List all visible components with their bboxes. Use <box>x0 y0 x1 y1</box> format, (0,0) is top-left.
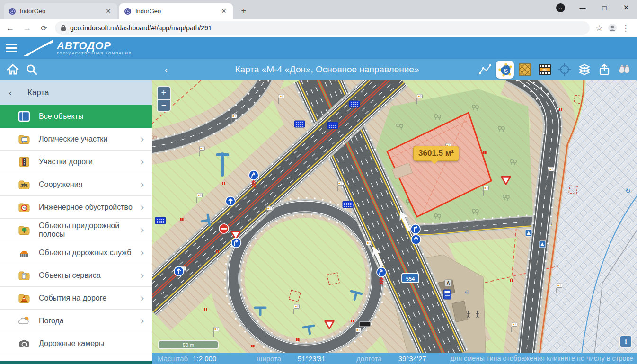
export-icon[interactable] <box>595 61 613 79</box>
svg-text:554: 554 <box>406 276 415 282</box>
sidebar-header: ‹ Карта <box>0 80 152 105</box>
logo-title: АВТОДОР <box>57 41 132 51</box>
tab-title: IndorGeo <box>135 8 220 15</box>
roadside-objects-icon <box>18 224 30 236</box>
svg-text:S: S <box>504 68 508 74</box>
scale-label: Масштаб <box>158 355 188 363</box>
chevron-right-icon: › <box>140 316 144 326</box>
logo-subtitle: ГОСУДАРСТВЕННАЯ КОМПАНИЯ <box>57 51 132 55</box>
chevron-right-icon: › <box>140 157 144 167</box>
bookmark-star-icon[interactable]: ☆ <box>593 21 606 35</box>
avatar-icon[interactable] <box>606 21 619 35</box>
road-events-icon <box>18 293 30 304</box>
maximize-button[interactable]: □ <box>593 0 615 15</box>
svg-text:50: 50 <box>23 206 26 209</box>
chevron-right-icon: › <box>140 180 144 189</box>
sidebar-item-engineering[interactable]: 50 Инженерное обустройство › <box>0 196 152 219</box>
polygon-select-icon[interactable]: S <box>496 61 514 79</box>
road-services-icon <box>18 247 30 258</box>
binoculars-icon[interactable] <box>615 61 633 79</box>
scale-bar: 50 m <box>158 340 219 349</box>
tab-indorgeo-2[interactable]: IndorGeo ✕ <box>119 3 233 19</box>
close-tab-icon[interactable]: ✕ <box>220 7 228 16</box>
status-bar: Масштаб 1:2 000 широта 51°23'31 долгота … <box>152 353 637 364</box>
map-header-bar: ‹ Карта «М-4 «Дон», Основное направление… <box>0 59 637 80</box>
zoom-in-button[interactable]: + <box>157 86 171 99</box>
favicon-globe-icon <box>9 8 16 15</box>
crosshair-icon[interactable] <box>556 61 574 79</box>
map-svg: 554 A ℮ ↻ <box>152 80 637 353</box>
map-canvas[interactable]: 554 A ℮ ↻ <box>152 80 637 353</box>
statusbar-hint: для смены типа отображения кликните по ч… <box>450 355 633 362</box>
chevron-right-icon: › <box>140 134 144 144</box>
sidebar-item-road-sections[interactable]: Участки дороги › <box>0 151 152 173</box>
logo-swoosh-icon <box>24 40 53 56</box>
layers-icon[interactable] <box>575 61 593 79</box>
area-measurement-tooltip: 3601.5 м² <box>413 146 459 161</box>
all-objects-icon <box>18 111 30 122</box>
app-header: АВТОДОР ГОСУДАРСТВЕННАЯ КОМПАНИЯ <box>0 37 637 59</box>
sidebar-item-structures[interactable]: Сооружения › <box>0 173 152 196</box>
new-tab-button[interactable]: + <box>238 5 250 17</box>
reload-button[interactable]: ⟳ <box>37 21 51 35</box>
info-button[interactable]: i <box>619 335 632 348</box>
weather-icon <box>18 315 30 327</box>
service-objects-icon <box>18 270 30 281</box>
close-window-button[interactable]: ✕ <box>615 0 637 15</box>
road-cameras-icon <box>18 338 30 349</box>
close-tab-icon[interactable]: ✕ <box>104 7 113 16</box>
svg-text:A: A <box>446 281 450 286</box>
loop-infield <box>245 218 366 339</box>
rotate-marker-glyph: ↻ <box>625 187 631 195</box>
home-icon[interactable] <box>6 63 20 76</box>
sidebar-item-all-objects[interactable]: Все объекты <box>0 105 152 128</box>
avtodor-logo: АВТОДОР ГОСУДАРСТВЕННАЯ КОМПАНИЯ <box>24 40 132 56</box>
hamburger-icon[interactable] <box>6 42 17 54</box>
chevron-right-icon: › <box>140 225 144 235</box>
url-text: geo.indorsoft.ru/dashboard/#!/app/map/pa… <box>70 24 212 32</box>
sidebar-item-road-events[interactable]: События на дороге › <box>0 287 152 310</box>
map-title: Карта «М-4 «Дон», Основное направление» <box>152 59 502 80</box>
structures-icon <box>18 179 30 190</box>
sidebar-bottom-strip <box>0 361 152 364</box>
sidebar-item-road-cameras[interactable]: Дорожные камеры <box>0 332 152 355</box>
chevron-right-icon: › <box>140 293 144 303</box>
sidebar-collapse-chevron[interactable]: ‹ <box>0 88 21 98</box>
forward-button[interactable]: → <box>20 21 34 35</box>
polyline-icon[interactable] <box>476 61 494 79</box>
tab-indorgeo-1[interactable]: IndorGeo ✕ <box>4 3 117 19</box>
tab-title: IndorGeo <box>20 8 104 15</box>
lock-icon <box>61 25 66 31</box>
e-marker-glyph: ℮ <box>465 289 469 295</box>
back-button[interactable]: ← <box>3 21 17 35</box>
sidebar-item-service-objects[interactable]: Объекты сервиса › <box>0 264 152 287</box>
sidebar-item-road-services[interactable]: Объекты дорожных служб › <box>0 241 152 264</box>
search-icon[interactable] <box>25 63 39 76</box>
sidebar: ‹ Карта Все объекты Логические участки ›… <box>0 80 152 364</box>
latitude-value[interactable]: 51°23'31 <box>298 355 326 363</box>
chevron-right-icon: › <box>140 203 144 212</box>
chevron-right-icon: › <box>140 248 144 257</box>
road-sections-icon <box>18 156 30 168</box>
small-km-sign <box>359 322 371 327</box>
zoom-control: + − <box>157 86 171 112</box>
tiles-icon[interactable] <box>516 61 534 79</box>
url-input[interactable]: geo.indorsoft.ru/dashboard/#!/app/map/pa… <box>55 21 590 35</box>
chevron-right-icon: › <box>140 271 144 280</box>
minimize-button[interactable]: — <box>572 0 593 15</box>
sidebar-item-roadside-objects[interactable]: Объекты придорожной полосы › <box>0 219 152 241</box>
scale-value[interactable]: 1:2 000 <box>193 355 216 363</box>
longitude-value[interactable]: 39°34'27 <box>398 355 426 363</box>
video-360-icon[interactable]: 360 <box>536 61 554 79</box>
sidebar-title: Карта <box>27 88 49 98</box>
menu-dots-icon[interactable]: ⋮ <box>619 21 632 35</box>
favicon-globe-icon <box>124 8 132 15</box>
engineering-icon: 50 <box>18 202 30 213</box>
zoom-out-button[interactable]: − <box>157 99 171 112</box>
tab-strip: IndorGeo ✕ IndorGeo ✕ + ⌄ — □ ✕ <box>0 0 637 19</box>
latitude-label: широта <box>257 355 281 363</box>
sidebar-item-logical-sections[interactable]: Логические участки › <box>0 128 152 151</box>
logical-sections-icon <box>18 133 30 145</box>
sidebar-item-weather[interactable]: Погода › <box>0 310 152 332</box>
account-circle-icon[interactable]: ⌄ <box>556 3 565 12</box>
